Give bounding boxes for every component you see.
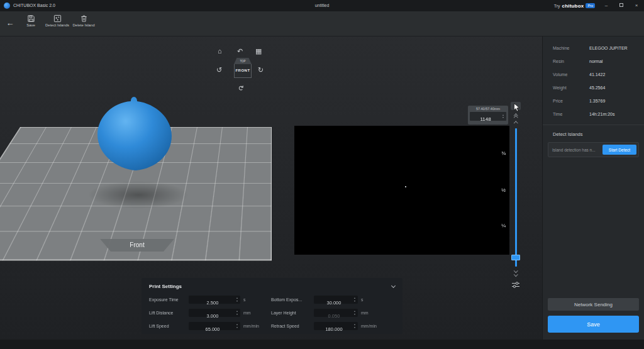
upgrade-promo[interactable]: Try chitubox Pro	[554, 0, 595, 11]
print-settings-header[interactable]: Print Settings	[142, 278, 402, 291]
field-label: Exposure Time	[149, 297, 189, 302]
field-steppers: ▴ ▾	[235, 309, 240, 317]
field-label: Layer Height	[271, 311, 314, 315]
stat-label: Resin	[553, 59, 589, 64]
field-unit: mm/min	[243, 324, 264, 328]
filter-icon	[511, 281, 520, 289]
cube-front-face[interactable]: FRONT	[234, 64, 252, 78]
detect-islands-row: Island detection has n... Start Detect	[548, 142, 639, 157]
stat-value: ELEGOO JUPITER	[589, 46, 628, 50]
slider-mark-half: ½	[492, 187, 506, 193]
stat-value: 1.35769	[589, 99, 605, 103]
bottom-exposure-input[interactable]	[314, 299, 358, 307]
stepper-down-icon[interactable]: ▾	[236, 300, 238, 303]
stat-row-volume: Volume 41.1422	[543, 68, 644, 81]
field-steppers: ▴ ▾	[352, 296, 357, 304]
stat-row-weight: Weight 45.2564	[543, 81, 644, 94]
field-input-wrap: ▴ ▾	[189, 309, 240, 317]
floppy-icon	[27, 14, 35, 23]
maximize-icon	[619, 3, 623, 7]
stepper-down-icon[interactable]: ▾	[354, 300, 355, 303]
chitubox-window: CHITUBOX Basic 2.0 untitled Try chitubox…	[0, 0, 644, 349]
field-steppers: ▴ ▾	[352, 322, 357, 330]
slice-preview-panel	[294, 126, 509, 255]
title-bar: CHITUBOX Basic 2.0 untitled Try chitubox…	[0, 0, 644, 11]
lift-distance-input[interactable]	[189, 312, 240, 320]
save-tool-button[interactable]: Save	[18, 13, 44, 28]
slider-track[interactable]	[515, 128, 517, 267]
home-view-icon[interactable]: ⌂	[218, 47, 222, 55]
plate-front-text: Front	[130, 241, 144, 248]
slider-handle[interactable]	[511, 255, 520, 260]
field-steppers: ▴ ▾	[235, 296, 240, 304]
lift-speed-input[interactable]	[189, 325, 240, 333]
collapse-chevron-icon[interactable]	[391, 283, 396, 287]
rotate-right-icon[interactable]: ↻	[258, 66, 264, 74]
pro-badge: Pro	[586, 3, 595, 8]
field-input-wrap: ▴ ▾	[314, 322, 358, 330]
try-label: Try	[554, 4, 560, 8]
layer-input-wrap: ▴ ▾	[470, 112, 506, 121]
detect-islands-tool-button[interactable]: Detect Islands	[44, 13, 70, 28]
start-detect-button[interactable]: Start Detect	[602, 145, 636, 155]
stat-value: 14h:21m:20s	[589, 112, 614, 116]
model-3d[interactable]	[93, 93, 176, 175]
minimize-button[interactable]: –	[599, 0, 614, 11]
stat-row-time: Time 14h:21m:20s	[543, 108, 644, 121]
settings-row: Lift Distance ▴ ▾ mm Layer Height ▴ ▾	[142, 306, 402, 319]
mouse-cursor	[514, 103, 520, 112]
rotate-down-icon[interactable]: ↻	[237, 85, 245, 91]
stepper-down-icon[interactable]: ▾	[354, 313, 355, 316]
stat-label: Machine	[553, 46, 589, 50]
cube-top-face[interactable]: TOP	[234, 58, 252, 64]
stat-label: Time	[553, 112, 589, 116]
print-settings-fields: Exposure Time ▴ ▾ s Bottom Expos... ▴ ▾	[142, 293, 402, 333]
network-sending-button[interactable]: Network Sending	[548, 298, 639, 311]
slider-mark-三quarter: ¾	[492, 150, 506, 156]
jump-up-button[interactable]	[513, 113, 519, 119]
field-steppers: ▴ ▾	[352, 309, 357, 317]
view-gadget: ⌂ ↶ ▦ ↺ ↻ ↻ TOP FRONT	[211, 45, 274, 97]
field-input-wrap: ▴ ▾	[314, 296, 358, 304]
layer-steppers: ▴ ▾	[501, 112, 506, 121]
undo-icon[interactable]: ↶	[237, 47, 243, 55]
stepper-down-icon[interactable]: ▾	[502, 116, 504, 119]
field-input-wrap: ▴ ▾	[189, 322, 240, 330]
maximize-button[interactable]	[614, 0, 629, 11]
settings-row: Lift Speed ▴ ▾ mm/min Retract Speed ▴ ▾	[142, 319, 402, 333]
layer-height-input[interactable]	[314, 312, 358, 320]
layer-indicator: 57.40/57.40mm ▴ ▾	[468, 106, 508, 125]
layer-slider	[511, 102, 522, 297]
close-button[interactable]: ×	[629, 0, 644, 11]
layer-height-label: 57.40/57.40mm	[470, 107, 506, 111]
field-label: Lift Distance	[149, 311, 189, 315]
window-controls: – ×	[599, 0, 644, 11]
exposure-time-input[interactable]	[189, 299, 240, 307]
detect-islands-icon	[53, 14, 62, 23]
field-unit: mm	[243, 311, 264, 315]
rotate-left-icon[interactable]: ↺	[216, 66, 222, 74]
view-mode-icon[interactable]: ▦	[255, 47, 262, 55]
layer-range-button[interactable]	[511, 280, 520, 291]
stat-value: 45.2564	[589, 86, 605, 90]
retract-speed-input[interactable]	[314, 325, 358, 333]
stat-label: Price	[553, 99, 589, 103]
delete-island-tool-button[interactable]: Delete Island	[70, 13, 97, 28]
toolbar: ← Save Detect Islands	[0, 11, 644, 36]
step-up-button[interactable]	[513, 120, 519, 125]
detect-islands-section-title: Detect Islands	[543, 125, 644, 142]
chevron-up-icon	[514, 121, 518, 125]
stepper-down-icon[interactable]: ▾	[236, 326, 238, 330]
print-settings-title: Print Settings	[149, 284, 182, 289]
print-settings-panel: Print Settings Exposure Time ▴ ▾ s Botto…	[142, 278, 402, 334]
chevron-down-icon	[514, 272, 518, 276]
jump-down-button[interactable]	[513, 269, 519, 277]
stepper-down-icon[interactable]: ▾	[236, 313, 238, 316]
right-sidebar: Machine ELEGOO JUPITER Resin normal Volu…	[542, 36, 644, 340]
field-unit: s	[361, 297, 381, 302]
field-input-wrap: ▴ ▾	[314, 309, 358, 317]
save-slice-button[interactable]: Save	[548, 316, 639, 333]
stepper-down-icon[interactable]: ▾	[354, 326, 355, 330]
back-button[interactable]: ←	[4, 11, 16, 35]
navigation-cube[interactable]: TOP FRONT	[234, 58, 252, 78]
